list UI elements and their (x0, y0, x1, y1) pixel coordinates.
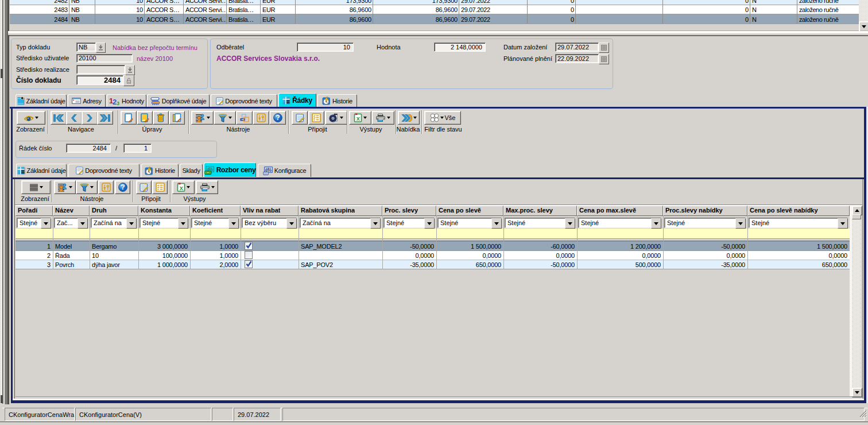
svg-text:3: 3 (117, 100, 119, 105)
svg-text:?: ? (276, 114, 280, 122)
svg-text:x: x (356, 115, 361, 122)
svg-text:?: ? (121, 183, 125, 191)
svg-text:x: x (180, 184, 184, 191)
